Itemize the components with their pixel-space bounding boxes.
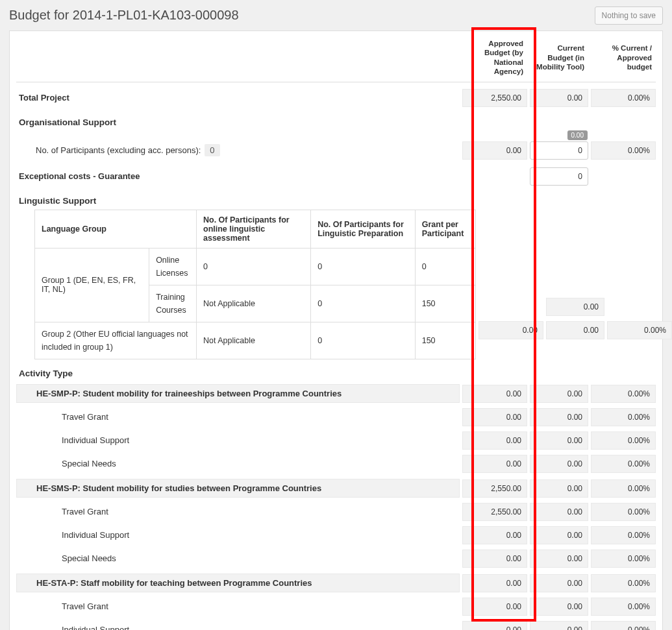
org-approved: 0.00 [462,141,527,160]
ling-g1-train-c: 150 [415,285,475,322]
ling-col-assess: No. Of Participants for online linguisti… [197,210,311,248]
activity-sub-label: Travel Grant [16,503,460,520]
ling-g1-train-a: Not Applicable [197,285,311,322]
ling-g1-online-b: 0 [311,248,416,285]
activity-sub-current: 0.00 [530,503,588,521]
budget-panel: Approved Budget (by National Agency) Cur… [9,30,663,630]
table-row: Group 1 (DE, EN, ES, FR, IT, NL) Online … [35,248,476,285]
activity-sub-current: 0.00 [530,598,588,616]
activity-sub-label: Travel Grant [16,598,460,615]
activity-sub-current: 0.00 [530,455,588,473]
col-approved: Approved Budget (by National Agency) [462,39,527,77]
activity-sub-percent: 0.00% [591,455,656,473]
table-row: Language Group No. Of Participants for o… [35,210,476,248]
ling-g1-online-a: 0 [197,248,311,285]
page-header: Budget for 2014-1-PL01-KA103-000098 Noth… [0,0,672,27]
total-project-approved: 2,550.00 [462,89,527,107]
ling-g1-train-type: Training Courses [149,285,197,322]
ling-g2-c: 150 [415,322,475,359]
activity-label: HE-SMS-P: Student mobility for studies b… [16,479,460,498]
activity-label: HE-SMP-P: Student mobility for traineesh… [16,384,460,403]
activity-sub-percent: 0.00% [591,550,656,568]
activity-sub-percent: 0.00% [591,526,656,544]
activity-sub-current: 0.00 [530,550,588,568]
activity-approved: 0.00 [462,574,527,592]
ling-current: 0.00 [546,321,604,339]
participants-value: 0 [205,144,219,156]
activity-sub-label: Individual Support [16,431,460,449]
linguistic-table: Language Group No. Of Participants for o… [34,210,476,359]
activity-sub-percent: 0.00% [591,621,656,631]
activity-type-title: Activity Type [16,362,656,378]
activity-sub-approved: 0.00 [462,621,527,631]
ling-col-prep: No. Of Participants for Linguistic Prepa… [311,210,416,248]
activity-sub-current: 0.00 [530,621,588,631]
ling-g1-online-c: 0 [415,248,475,285]
col-percent: % Current / Approved budget [591,43,656,71]
page-title: Budget for 2014-1-PL01-KA103-000098 [9,5,239,25]
save-button[interactable]: Nothing to save [595,6,663,25]
activity-sub-percent: 0.00% [591,431,656,450]
exceptional-input[interactable]: 0 [530,167,588,186]
activity-percent: 0.00% [591,479,656,498]
activity-sub-label: Special Needs [16,550,460,567]
org-support-title: Organisational Support [16,108,656,127]
ling-g1-label: Group 1 (DE, EN, ES, FR, IT, NL) [35,248,149,322]
total-project-percent: 0.00% [591,89,656,107]
exceptional-label: Exceptional costs - Guarantee [16,167,460,185]
activity-sub-percent: 0.00% [591,408,656,426]
activity-sub-label: Individual Support [16,526,460,544]
activity-current: 0.00 [530,574,588,592]
ling-g2-a: Not Applicable [197,322,311,359]
table-row: Group 2 (Other EU official languages not… [35,322,476,359]
activity-sub-approved: 0.00 [462,598,527,616]
activity-sub-percent: 0.00% [591,598,656,616]
activity-sub-approved: 2,550.00 [462,503,527,521]
participants-label: No. of Participants (excluding acc. pers… [36,145,201,155]
activity-sub-approved: 0.00 [462,408,527,426]
activity-current: 0.00 [530,385,588,403]
activity-label: HE-STA-P: Staff mobility for teaching be… [16,574,460,592]
activity-current: 0.00 [530,479,588,498]
activity-sub-label: Travel Grant [16,408,460,426]
org-current-pill: 0.00 [567,130,588,140]
activity-sub-approved: 0.00 [462,455,527,473]
total-project-label: Total Project [16,89,460,106]
ling-approved: 0.00 [479,321,543,339]
ling-col-grant: Grant per Participant [415,210,475,248]
activity-percent: 0.00% [591,574,656,592]
ling-g2-b: 0 [311,322,416,359]
activity-sub-label: Individual Support [16,621,460,630]
total-project-current: 0.00 [530,89,588,107]
activity-sub-label: Special Needs [16,455,460,472]
activity-approved: 0.00 [462,385,527,403]
activity-sub-current: 0.00 [530,431,588,450]
activity-sub-approved: 0.00 [462,550,527,568]
activity-sub-current: 0.00 [530,408,588,426]
ling-g1-train-b: 0 [311,285,416,322]
ling-g1-online-type: Online Licenses [149,248,197,285]
activity-sub-percent: 0.00% [591,503,656,521]
org-percent: 0.00% [591,141,656,160]
ling-g2-label: Group 2 (Other EU official languages not… [35,322,197,359]
activity-approved: 2,550.00 [462,479,527,498]
org-current-input[interactable]: 0.00 0 [530,141,588,160]
ling-percent: 0.00% [607,321,672,339]
activity-sub-approved: 0.00 [462,526,527,544]
col-current: Current Budget (in Mobility Tool) [530,43,588,71]
activity-sub-approved: 0.00 [462,431,527,450]
ling-row1-current: 0.00 [546,298,604,316]
activity-sub-current: 0.00 [530,526,588,544]
linguistic-title: Linguistic Support [16,187,656,206]
activity-percent: 0.00% [591,385,656,403]
ling-col-group: Language Group [35,210,197,248]
